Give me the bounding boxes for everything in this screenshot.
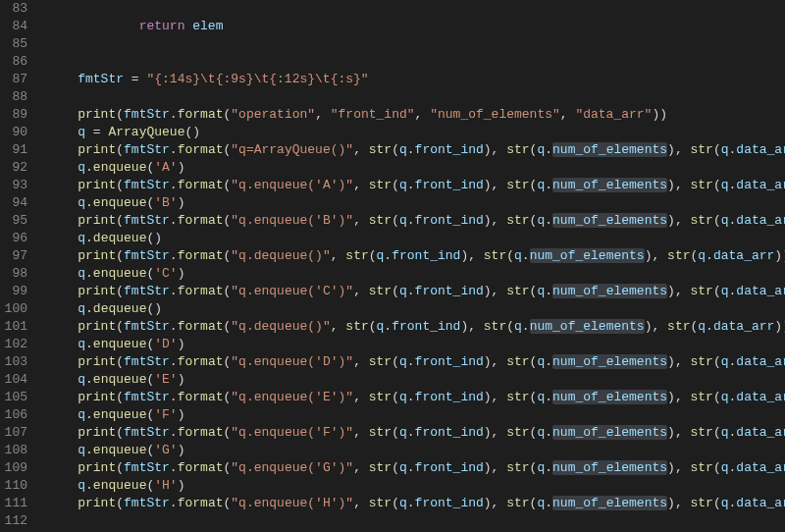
line-number: 85 bbox=[0, 35, 27, 53]
line-number: 96 bbox=[0, 230, 27, 247]
line-number: 83 bbox=[0, 0, 27, 18]
line-number: 87 bbox=[0, 71, 27, 88]
line-number: 103 bbox=[0, 353, 27, 371]
code-line[interactable]: print(fmtStr.format("q.enqueue('A')", st… bbox=[47, 177, 785, 194]
line-number: 93 bbox=[0, 177, 27, 194]
line-number: 101 bbox=[0, 318, 27, 336]
line-number: 107 bbox=[0, 424, 27, 442]
code-area[interactable]: return elem fmtStr = "{:14s}\t{:9s}\t{:1… bbox=[39, 0, 785, 532]
line-number: 111 bbox=[0, 495, 27, 512]
code-line[interactable]: print(fmtStr.format("q=ArrayQueue()", st… bbox=[47, 141, 785, 159]
code-line[interactable]: print(fmtStr.format("q.enqueue('E')", st… bbox=[47, 389, 785, 406]
line-number: 110 bbox=[0, 477, 27, 495]
code-line[interactable]: print(fmtStr.format("q.enqueue('G')", st… bbox=[47, 459, 785, 477]
code-line[interactable]: q.enqueue('C') bbox=[47, 265, 785, 283]
line-number: 88 bbox=[0, 88, 27, 106]
line-number: 102 bbox=[0, 336, 27, 353]
code-line[interactable]: q.dequeue() bbox=[47, 300, 785, 318]
code-line[interactable]: q.enqueue('H') bbox=[47, 477, 785, 495]
code-line[interactable]: print(fmtStr.format("q.dequeue()", str(q… bbox=[47, 247, 785, 265]
code-line[interactable]: print(fmtStr.format("q.enqueue('F')", st… bbox=[47, 424, 785, 442]
line-number-gutter: 8384858687888990919293949596979899100101… bbox=[0, 0, 39, 532]
line-number: 97 bbox=[0, 247, 27, 265]
code-line[interactable] bbox=[47, 53, 785, 71]
code-line[interactable]: print(fmtStr.format("operation", "front_… bbox=[47, 106, 785, 124]
code-line[interactable]: q.enqueue('B') bbox=[47, 194, 785, 212]
line-number: 108 bbox=[0, 442, 27, 459]
line-number: 94 bbox=[0, 194, 27, 212]
line-number: 84 bbox=[0, 18, 27, 35]
code-line[interactable]: print(fmtStr.format("q.enqueue('H')", st… bbox=[47, 495, 785, 512]
code-line[interactable]: q.enqueue('A') bbox=[47, 159, 785, 177]
code-line[interactable] bbox=[47, 512, 785, 530]
code-line[interactable]: print(fmtStr.format("q.enqueue('D')", st… bbox=[47, 353, 785, 371]
code-line[interactable] bbox=[47, 0, 785, 18]
line-number: 90 bbox=[0, 124, 27, 141]
code-line[interactable]: q = ArrayQueue() bbox=[47, 124, 785, 141]
code-line[interactable]: q.dequeue() bbox=[47, 230, 785, 247]
code-line[interactable]: print(fmtStr.format("q.dequeue()", str(q… bbox=[47, 318, 785, 336]
line-number: 86 bbox=[0, 53, 27, 71]
code-line[interactable]: print(fmtStr.format("q.enqueue('C')", st… bbox=[47, 283, 785, 300]
line-number: 92 bbox=[0, 159, 27, 177]
line-number: 99 bbox=[0, 283, 27, 300]
code-line[interactable]: fmtStr = "{:14s}\t{:9s}\t{:12s}\t{:s}" bbox=[47, 71, 785, 88]
code-line[interactable]: return elem bbox=[47, 18, 785, 35]
line-number: 106 bbox=[0, 406, 27, 424]
code-line[interactable]: q.enqueue('F') bbox=[47, 406, 785, 424]
line-number: 91 bbox=[0, 141, 27, 159]
code-line[interactable] bbox=[47, 35, 785, 53]
line-number: 98 bbox=[0, 265, 27, 283]
code-editor[interactable]: 8384858687888990919293949596979899100101… bbox=[0, 0, 785, 532]
line-number: 104 bbox=[0, 371, 27, 389]
code-line[interactable]: q.enqueue('E') bbox=[47, 371, 785, 389]
line-number: 112 bbox=[0, 512, 27, 530]
code-line[interactable]: q.enqueue('G') bbox=[47, 442, 785, 459]
line-number: 95 bbox=[0, 212, 27, 230]
code-line[interactable]: q.enqueue('D') bbox=[47, 336, 785, 353]
line-number: 109 bbox=[0, 459, 27, 477]
line-number: 105 bbox=[0, 389, 27, 406]
code-line[interactable]: print(fmtStr.format("q.enqueue('B')", st… bbox=[47, 212, 785, 230]
code-line[interactable] bbox=[47, 88, 785, 106]
line-number: 100 bbox=[0, 300, 27, 318]
line-number: 89 bbox=[0, 106, 27, 124]
